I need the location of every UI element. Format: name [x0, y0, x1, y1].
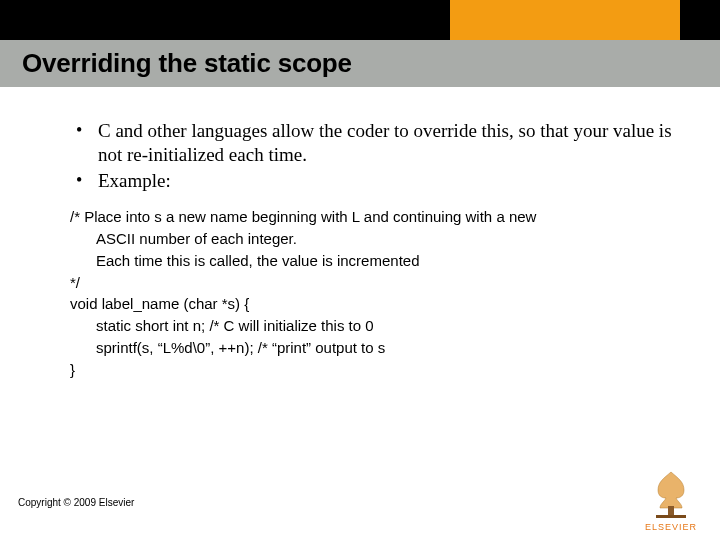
code-line: /* Place into s a new name beginning wit… — [70, 206, 680, 228]
elsevier-logo: ELSEVIER — [636, 468, 706, 532]
bullet-list: C and other languages allow the coder to… — [70, 119, 680, 192]
code-line: Each time this is called, the value is i… — [70, 250, 680, 272]
svg-rect-1 — [668, 506, 674, 516]
code-line: void label_name (char *s) { — [70, 293, 680, 315]
slide-content: C and other languages allow the coder to… — [0, 87, 720, 380]
code-line: static short int n; /* C will initialize… — [70, 315, 680, 337]
code-line: */ — [70, 272, 680, 294]
bullet-item: Example: — [70, 169, 680, 193]
accent-orange-box — [450, 0, 680, 40]
tree-icon — [644, 468, 698, 520]
code-line: } — [70, 359, 680, 381]
code-line: ASCII number of each integer. — [70, 228, 680, 250]
code-example: /* Place into s a new name beginning wit… — [70, 206, 680, 380]
copyright-text: Copyright © 2009 Elsevier — [18, 497, 134, 508]
title-bar: Overriding the static scope — [0, 40, 720, 87]
code-line: sprintf(s, “L%d\0”, ++n); /* “print” out… — [70, 337, 680, 359]
top-black-band — [0, 0, 720, 40]
logo-label: ELSEVIER — [636, 522, 706, 532]
slide-title: Overriding the static scope — [22, 48, 352, 79]
svg-rect-2 — [656, 515, 686, 518]
bullet-item: C and other languages allow the coder to… — [70, 119, 680, 167]
